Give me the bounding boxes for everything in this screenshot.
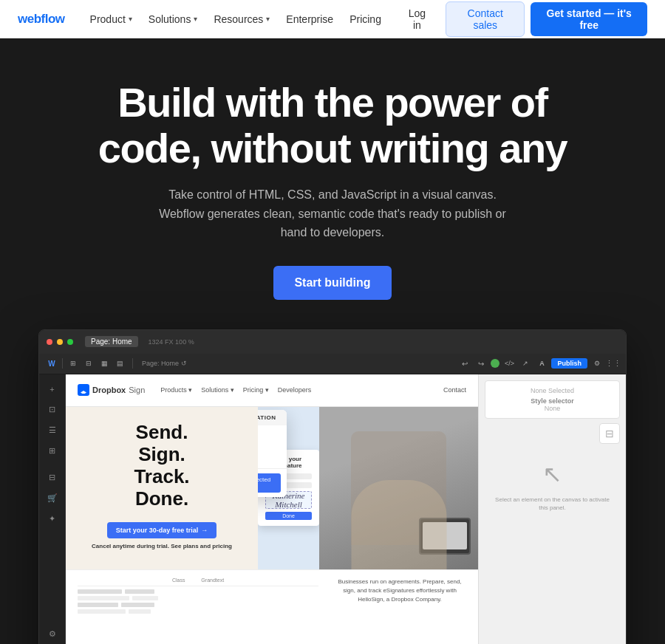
publish-popup: CHOOSE PUBLISH DESTINATION ✓ webflow.io/… (258, 410, 287, 497)
nav-item-enterprise[interactable]: Enterprise (279, 9, 341, 30)
doc-row-val-4 (129, 609, 151, 614)
webflow-logo[interactable]: webflow (18, 12, 65, 27)
rs-handle-area: ⊟ (485, 423, 620, 444)
sidebar-pages-icon[interactable]: ⊡ (44, 401, 61, 419)
popup-footer: Close Publish to Selected Domains (258, 468, 287, 497)
site-nav-products[interactable]: Products ▾ (157, 385, 196, 395)
start-building-button[interactable]: Start building (273, 266, 391, 300)
editor-resolution: 1324 FX 100 % (149, 338, 194, 346)
toolbar-separator (62, 358, 63, 369)
popup-domain-1[interactable]: ✓ webflow.io/PREVIOUS (258, 425, 287, 440)
hero-subtitle: Take control of HTML, CSS, and JavaScrip… (155, 185, 510, 242)
popup-domain-2[interactable]: Custom Domain ● (258, 440, 287, 454)
toolbar-more-icon[interactable]: ⋮⋮ (607, 357, 620, 370)
toolbar-settings-icon[interactable]: ⚙ (590, 357, 604, 370)
site-nav-pricing[interactable]: Pricing ▾ (239, 385, 273, 395)
rs-none-label: None Selected (491, 387, 613, 394)
toolbar-section-icon[interactable]: ▤ (113, 357, 126, 370)
rs-style-value: None (491, 405, 613, 412)
site-nav: Dropbox Sign Products ▾ Solutions ▾ Pric… (66, 374, 478, 407)
toolbar-separator-2 (132, 358, 133, 369)
popup-domain-3[interactable]: test.io (258, 454, 287, 468)
nav-right: Log in Contact sales Get started — it's … (395, 1, 647, 37)
site-hero-mid: Add your signature Katherine Mitchell Do… (258, 407, 319, 569)
login-button[interactable]: Log in (395, 2, 440, 36)
toolbar-grid-icon[interactable]: ⊟ (82, 357, 95, 370)
toolbar-undo-icon[interactable]: ↩ (458, 357, 471, 370)
toolbar-text-icon[interactable]: A (535, 357, 548, 370)
tablet-device (419, 518, 471, 555)
sidebar-layers-icon[interactable]: ☰ (44, 422, 61, 439)
toolbar-code-icon[interactable]: </> (502, 357, 516, 370)
get-started-button[interactable]: Get started — it's free (531, 2, 647, 36)
sidebar-ecommerce-icon[interactable]: 🛒 (44, 490, 61, 507)
window-minimize-dot (57, 339, 63, 345)
toolbar-webflow-icon[interactable]: W (45, 357, 58, 370)
toolbar-columns-icon[interactable]: ▦ (98, 357, 111, 370)
doc-row-2 (78, 596, 318, 600)
photo-person-shape (351, 431, 446, 545)
site-nav-solutions[interactable]: Solutions ▾ (197, 385, 238, 395)
window-close-dot (47, 339, 52, 345)
sidebar-cms-icon[interactable]: ⊟ (44, 469, 61, 487)
chevron-down-icon: ▾ (266, 15, 270, 23)
site-nav-items: Products ▾ Solutions ▾ Pricing ▾ Develop… (157, 385, 315, 395)
site-logo: Dropbox Sign (78, 384, 145, 396)
doc-row-line-2 (78, 596, 129, 600)
toolbar-left-group: W ⊞ ⊟ ▦ ▤ (45, 357, 126, 370)
sidebar-components-icon[interactable]: ✦ (44, 510, 61, 528)
sidebar-assets-icon[interactable]: ⊞ (44, 442, 61, 460)
doc-row-3 (78, 603, 318, 607)
doc-row-4 (78, 609, 318, 614)
editor-topbar: Page: Home 1324 FX 100 % (39, 330, 626, 354)
canvas-content: Dropbox Sign Products ▾ Solutions ▾ Pric… (66, 374, 478, 644)
nav-item-pricing[interactable]: Pricing (342, 9, 389, 30)
rs-style-selector-label: Style selector (491, 397, 613, 405)
doc-row-line-4 (78, 609, 126, 614)
popup-header: CHOOSE PUBLISH DESTINATION (258, 410, 287, 425)
toolbar-layout-icon[interactable]: ⊞ (66, 357, 80, 370)
site-hero-image (319, 407, 478, 569)
doc-row-line (78, 589, 122, 594)
nav-items: Product ▾ Solutions ▾ Resources ▾ Enterp… (83, 9, 389, 30)
editor-toolbar: W ⊞ ⊟ ▦ ▤ Page: Home ↺ ↩ ↪ </> ↗ A Publi… (39, 354, 626, 374)
cursor-icon: ↖ (542, 460, 562, 488)
contact-sales-button[interactable]: Contact sales (446, 1, 525, 37)
hero-section: Build with the power of code, without wr… (0, 38, 665, 644)
status-indicator (491, 359, 499, 368)
toolbar-share-icon[interactable]: ↗ (519, 357, 532, 370)
publish-button[interactable]: Publish (551, 358, 587, 369)
site-bottom-description: Businesses run on agreements. Prepare, s… (333, 578, 466, 604)
site-cta-note-link[interactable]: See plans and pricing (171, 543, 232, 549)
chevron-down-icon: ▾ (194, 15, 197, 23)
site-hero-left: Send.Sign.Track.Done. Start your 30-day … (66, 407, 258, 569)
editor-tabs: Page: Home (85, 336, 138, 347)
site-bottom-section: Class Grandtext (66, 569, 478, 621)
chevron-down-icon: ▾ (129, 15, 132, 23)
site-hero-section: Send.Sign.Track.Done. Start your 30-day … (66, 407, 478, 569)
editor-tab-home[interactable]: Page: Home (85, 336, 138, 347)
site-hero-title: Send.Sign.Track.Done. (78, 422, 246, 510)
doc-row-1 (78, 589, 318, 594)
doc-row-val-3 (121, 603, 154, 607)
popup-publish-button[interactable]: Publish to Selected Domains (258, 473, 281, 493)
site-nav-contact: Contact (443, 386, 466, 394)
rs-handle-button[interactable]: ⊟ (599, 423, 620, 444)
nav-item-product[interactable]: Product ▾ (83, 9, 140, 30)
doc-row-val (125, 589, 154, 594)
nav-item-solutions[interactable]: Solutions ▾ (141, 9, 205, 30)
site-doc-area: Class Grandtext (78, 578, 318, 614)
sidebar-seo-icon[interactable]: ⚙ (44, 626, 61, 643)
sidebar-add-icon[interactable]: + (44, 380, 61, 398)
rs-empty-state: ↖ Select an element on the canvas to act… (485, 448, 620, 524)
site-nav-developers[interactable]: Developers (274, 385, 316, 395)
doc-header: Class Grandtext (78, 578, 318, 586)
nav-item-resources[interactable]: Resources ▾ (206, 9, 277, 30)
editor-right-sidebar: None Selected Style selector None ⊟ ↖ Se… (478, 374, 626, 644)
site-cta-button[interactable]: Start your 30-day free trial → (107, 522, 217, 538)
editor-canvas[interactable]: Dropbox Sign Products ▾ Solutions ▾ Pric… (66, 374, 478, 644)
sig-done-button[interactable]: Done (265, 512, 312, 520)
navbar: webflow Product ▾ Solutions ▾ Resources … (0, 0, 665, 38)
site-cta-note: Cancel anytime during trial. See plans a… (78, 543, 246, 549)
toolbar-redo-icon[interactable]: ↪ (474, 357, 488, 370)
